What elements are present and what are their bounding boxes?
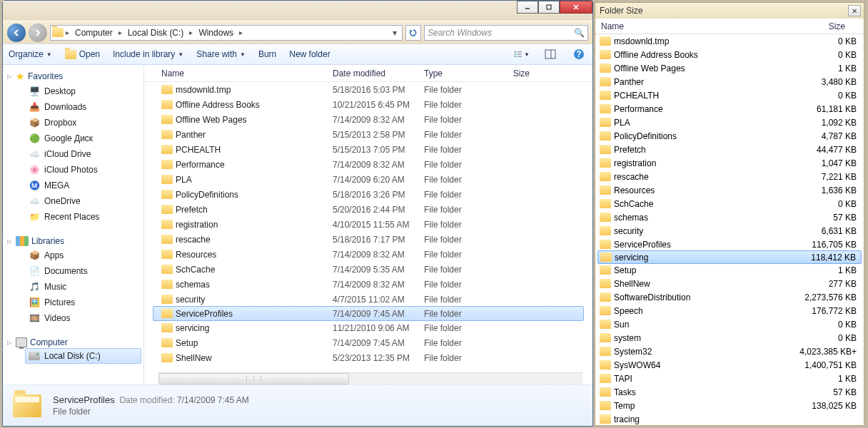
chevron-right-icon[interactable]: ▸ bbox=[64, 29, 71, 36]
foldersize-row[interactable]: PCHEALTH0 KB bbox=[595, 88, 864, 102]
scrollbar-thumb[interactable]: ⋮⋮⋮ bbox=[158, 373, 349, 384]
file-row[interactable]: registration4/10/2015 11:55 AMFile folde… bbox=[144, 217, 592, 232]
file-row[interactable]: Prefetch5/20/2016 2:44 PMFile folder bbox=[144, 202, 592, 217]
foldersize-row[interactable]: ServiceProfiles116,705 KB bbox=[595, 238, 864, 251]
nav-item[interactable]: ☁️OneDrive bbox=[3, 193, 143, 209]
share-menu[interactable]: Share with▼ bbox=[196, 49, 246, 59]
nav-item[interactable]: 📥Downloads bbox=[3, 99, 143, 115]
breadcrumb-dropdown[interactable]: ▾ bbox=[389, 28, 400, 38]
foldersize-row[interactable]: Sun0 KB bbox=[595, 317, 864, 331]
nav-item[interactable]: 🎵Music bbox=[3, 279, 143, 295]
chevron-right-icon[interactable]: ▸ bbox=[238, 29, 244, 36]
nav-item[interactable]: 📁Recent Places bbox=[3, 209, 143, 225]
file-row[interactable]: PLA7/14/2009 6:20 AMFile folder bbox=[144, 172, 592, 187]
foldersize-row[interactable]: Resources1,636 KB bbox=[595, 183, 864, 197]
file-row[interactable]: Offline Web Pages7/14/2009 8:32 AMFile f… bbox=[144, 112, 592, 127]
foldersize-row[interactable]: registration1,047 KB bbox=[595, 156, 864, 170]
file-row[interactable]: SchCache7/14/2009 5:35 AMFile folder bbox=[144, 262, 592, 277]
file-row[interactable]: PolicyDefinitions5/18/2016 3:26 PMFile f… bbox=[144, 187, 592, 202]
foldersize-row[interactable]: SysWOW641,400,751 KB bbox=[595, 358, 864, 372]
foldersize-row[interactable]: Offline Web Pages1 KB bbox=[595, 61, 864, 75]
horizontal-scrollbar[interactable]: ⋮⋮⋮ bbox=[158, 372, 582, 384]
file-row[interactable]: ServiceProfiles7/14/2009 7:45 AMFile fol… bbox=[153, 306, 584, 321]
view-options-button[interactable]: ▼ bbox=[514, 49, 530, 59]
close-button[interactable]: ✕ bbox=[848, 5, 861, 16]
foldersize-row[interactable]: Offline Address Books0 KB bbox=[595, 48, 864, 61]
column-name[interactable]: Name bbox=[157, 68, 328, 78]
foldersize-row[interactable]: TAPI1 KB bbox=[595, 372, 864, 385]
maximize-button[interactable] bbox=[538, 1, 560, 14]
file-row[interactable]: security4/7/2015 11:02 AMFile folder bbox=[144, 292, 592, 307]
refresh-button[interactable] bbox=[405, 25, 421, 41]
close-button[interactable] bbox=[560, 1, 592, 14]
preview-pane-button[interactable] bbox=[542, 49, 558, 59]
foldersize-row[interactable]: schemas57 KB bbox=[595, 210, 864, 224]
foldersize-row[interactable]: Setup1 KB bbox=[595, 263, 864, 277]
libraries-header[interactable]: Libraries bbox=[3, 235, 143, 248]
breadcrumb-segment[interactable]: Windows bbox=[195, 26, 237, 39]
column-headers[interactable]: Name Date modified Type Size bbox=[144, 65, 592, 82]
file-row[interactable]: Offline Address Books10/21/2015 6:45 PMF… bbox=[144, 97, 592, 112]
burn-button[interactable]: Burn bbox=[258, 49, 276, 59]
favorites-header[interactable]: ★Favorites bbox=[3, 69, 143, 83]
foldersize-row[interactable]: Speech176,772 KB bbox=[595, 304, 864, 317]
help-button[interactable]: ? bbox=[571, 49, 587, 60]
file-row[interactable]: PCHEALTH5/15/2013 7:05 PMFile folder bbox=[144, 142, 592, 157]
foldersize-row[interactable]: security6,631 KB bbox=[595, 224, 864, 238]
nav-item[interactable]: 📦Apps bbox=[3, 248, 143, 263]
file-row[interactable]: servicing11/21/2010 9:06 AMFile folder bbox=[144, 320, 592, 335]
foldersize-row[interactable]: system0 KB bbox=[595, 331, 864, 345]
nav-item[interactable]: Local Disk (C:) bbox=[25, 348, 141, 364]
file-row[interactable]: schemas7/14/2009 8:32 AMFile folder bbox=[144, 277, 592, 292]
navigation-pane[interactable]: ★Favorites 🖥️Desktop📥Downloads📦Dropbox🟢G… bbox=[3, 65, 144, 384]
chevron-right-icon[interactable]: ▸ bbox=[188, 29, 194, 36]
foldersize-row[interactable]: Prefetch44,477 KB bbox=[595, 143, 864, 156]
nav-item[interactable]: Ⓜ️MEGA bbox=[3, 178, 143, 193]
column-size[interactable]: Size bbox=[491, 68, 534, 78]
foldersize-row[interactable]: PolicyDefinitions4,787 KB bbox=[595, 129, 864, 143]
foldersize-row[interactable]: tracing bbox=[595, 412, 864, 425]
file-row[interactable]: rescache5/18/2016 7:17 PMFile folder bbox=[144, 232, 592, 247]
foldersize-row[interactable]: Performance61,181 KB bbox=[595, 102, 864, 116]
nav-item[interactable]: 📄Documents bbox=[3, 263, 143, 279]
foldersize-row[interactable]: Tasks57 KB bbox=[595, 385, 864, 399]
file-list[interactable]: msdownld.tmp5/18/2016 5:03 PMFile folder… bbox=[144, 82, 592, 372]
foldersize-row[interactable]: SoftwareDistribution2,273,576 KB bbox=[595, 290, 864, 304]
search-input[interactable]: Search Windows 🔍 bbox=[424, 25, 588, 41]
file-row[interactable]: msdownld.tmp5/18/2016 5:03 PMFile folder bbox=[144, 82, 592, 97]
foldersize-title-bar[interactable]: Folder Size ✕ bbox=[595, 3, 864, 19]
nav-item[interactable]: 🖼️Pictures bbox=[3, 295, 143, 310]
title-bar[interactable] bbox=[3, 1, 592, 21]
foldersize-row[interactable]: servicing118,412 KB bbox=[597, 250, 862, 264]
foldersize-headers[interactable]: Name Size bbox=[595, 19, 864, 34]
foldersize-row[interactable]: msdownld.tmp0 KB bbox=[595, 34, 864, 48]
foldersize-row[interactable]: System324,023,385 KB+ bbox=[595, 345, 864, 358]
breadcrumb-segment[interactable]: Local Disk (C:) bbox=[124, 26, 188, 39]
nav-item[interactable]: 📦Dropbox bbox=[3, 115, 143, 131]
nav-item[interactable]: 🌸iCloud Photos bbox=[3, 162, 143, 178]
nav-item[interactable]: 🟢Google Диск bbox=[3, 131, 143, 146]
breadcrumb[interactable]: ▸ Computer ▸ Local Disk (C:) ▸ Windows ▸… bbox=[50, 25, 403, 41]
search-icon[interactable]: 🔍 bbox=[574, 28, 585, 38]
include-library-menu[interactable]: Include in library▼ bbox=[113, 49, 183, 59]
foldersize-row[interactable]: Panther3,480 KB bbox=[595, 75, 864, 88]
back-button[interactable] bbox=[7, 24, 26, 42]
file-row[interactable]: Setup7/14/2009 7:45 AMFile folder bbox=[144, 335, 592, 350]
minimize-button[interactable] bbox=[517, 1, 538, 14]
column-type[interactable]: Type bbox=[420, 68, 491, 78]
fs-column-size[interactable]: Size bbox=[779, 21, 851, 31]
fs-column-name[interactable]: Name bbox=[595, 21, 779, 31]
nav-item[interactable]: 🖥️Desktop bbox=[3, 83, 143, 99]
column-date[interactable]: Date modified bbox=[328, 68, 420, 78]
nav-item[interactable]: ☁️iCloud Drive bbox=[3, 146, 143, 162]
breadcrumb-segment[interactable]: Computer bbox=[71, 26, 116, 39]
foldersize-row[interactable]: Temp138,025 KB bbox=[595, 399, 864, 412]
file-row[interactable]: Performance7/14/2009 8:32 AMFile folder bbox=[144, 157, 592, 172]
file-row[interactable]: ShellNew5/23/2013 12:35 PMFile folder bbox=[144, 350, 592, 365]
file-row[interactable]: Resources7/14/2009 8:32 AMFile folder bbox=[144, 247, 592, 262]
file-row[interactable]: Panther5/15/2013 2:58 PMFile folder bbox=[144, 127, 592, 142]
chevron-right-icon[interactable]: ▸ bbox=[117, 29, 123, 36]
open-button[interactable]: Open bbox=[65, 49, 100, 59]
foldersize-list[interactable]: msdownld.tmp0 KBOffline Address Books0 K… bbox=[595, 34, 864, 425]
foldersize-row[interactable]: PLA1,092 KB bbox=[595, 116, 864, 129]
